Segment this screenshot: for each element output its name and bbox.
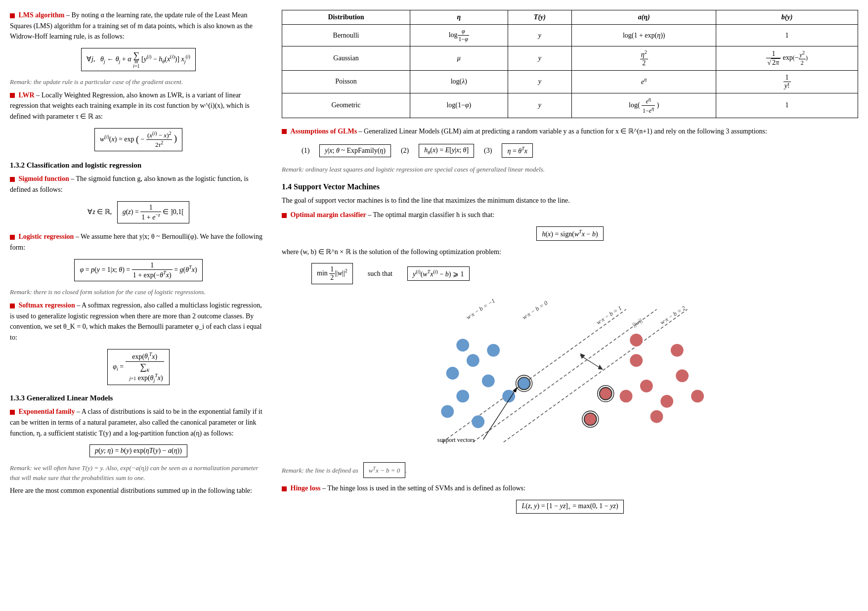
glm-assumption-2: hθ(x) = E[y|x; θ] [419, 144, 474, 158]
sigmoid-section: Sigmoid function – The sigmoid function … [10, 174, 267, 195]
eta-gaussian: μ [410, 46, 508, 71]
eta-bernoulli: logφ1−φ [410, 25, 508, 46]
logistic-icon [10, 235, 15, 240]
softmax-title: Softmax regression [19, 302, 75, 309]
svg-point-12 [457, 390, 469, 402]
omc-section: Optimal margin classifier – The optimal … [282, 210, 858, 220]
omc-body: – The optimal margin classifier h is suc… [368, 211, 494, 218]
svg-point-17 [441, 405, 454, 418]
expfam-remark: Remark: we will often have T(y) = y. Als… [10, 463, 267, 482]
hinge-formula-container: L(z, y) = [1 − yz]+ = max(0, 1 − yz) [282, 498, 858, 516]
svg-point-14 [467, 354, 479, 367]
table-row: Gaussian μ y η22 1√2π exp(−y22) [282, 46, 858, 71]
eta-poisson: log(λ) [410, 70, 508, 93]
table-row: Bernoulli logφ1−φ y log(1 + exp(η)) 1 [282, 25, 858, 46]
svg-point-27 [676, 370, 689, 382]
svg-point-30 [692, 390, 704, 402]
b-geometric: 1 [716, 93, 858, 118]
lwr-formula-text: w(i)(x) = exp ( − (x(i) − x)2 2τ2 ) [100, 135, 177, 143]
a-geometric: log( eη1−eη ) [572, 93, 716, 118]
logistic-remark: Remark: there is no closed form solution… [10, 287, 267, 297]
expfam-title: Exponential family [19, 408, 75, 415]
page-layout: LMS algorithm – By noting α the learning… [10, 10, 858, 520]
glm-title: Assumptions of GLMs [291, 128, 357, 135]
a-bernoulli: log(1 + exp(η)) [572, 25, 716, 46]
distribution-table: Distribution η T(y) a(η) b(y) Bernoulli … [282, 10, 858, 118]
assumption-2-num: (2) [401, 147, 409, 155]
lwr-icon [10, 93, 15, 98]
softmax-icon [10, 304, 15, 308]
glm-body: – Generalized Linear Models (GLM) aim at… [359, 128, 767, 135]
omc-formula-container: h(x) = sign(wTx − b) [282, 224, 858, 243]
eta-geometric: log(1−φ) [410, 93, 508, 118]
svm-diagram: w·x − b = 2 ||w|| w·x − b = 1 w·x − b = … [282, 294, 858, 452]
section-14-text: 1.4 Support Vector Machines [282, 182, 380, 191]
left-column: LMS algorithm – By noting α the learning… [10, 10, 267, 520]
lms-remark: Remark: the update rule is a particular … [10, 77, 267, 87]
lms-title: LMS algorithm [19, 11, 65, 19]
logistic-formula-container: φ = p(y = 1|x; θ) = 1 1 + exp(−θTx) = g(… [10, 257, 267, 284]
lms-formula-box: ∀j, θj ← θj + α ∑ m i=1 [y(i) − hθ(x(i))… [81, 48, 196, 71]
hinge-formula-box: L(z, y) = [1 − yz]+ = max(0, 1 − yz) [516, 500, 623, 514]
hinge-title: Hinge loss [291, 484, 321, 492]
svg-point-23 [620, 390, 632, 402]
omc-opt-formula-1: min 12||w||2 [311, 263, 353, 284]
omc-opt-row: min 12||w||2 such that y(i)(wTx(i) − b) … [311, 261, 858, 286]
sigmoid-forall: ∀z ∈ ℝ, [87, 208, 115, 216]
b-bernoulli: 1 [716, 25, 858, 46]
dist-poisson: Poisson [282, 70, 410, 93]
svm-remark-text: Remark: the line is defined as [282, 467, 358, 475]
lms-formula-text: ∀j, θj ← θj + α ∑ m i=1 [y(i) − hθ(x(i))… [87, 55, 190, 63]
lwr-formula-box: w(i)(x) = exp ( − (x(i) − x)2 2τ2 ) [94, 128, 182, 152]
a-poisson: eη [572, 70, 716, 93]
section-14-title: 1.4 Support Vector Machines [282, 182, 858, 191]
svg-point-20 [472, 416, 484, 428]
section-132-title: 1.3.2 Classification and logistic regres… [10, 161, 267, 170]
ty-geometric: y [508, 93, 572, 118]
omc-icon [282, 213, 287, 218]
dist-gaussian: Gaussian [282, 46, 410, 71]
expfam-table-intro: Here are the most common exponential dis… [10, 485, 267, 496]
omc-where: where (w, b) ∈ ℝ^n × ℝ is the solution o… [282, 247, 858, 258]
section-133-title: 1.3.3 Generalized Linear Models [10, 394, 267, 402]
glm-remark: Remark: ordinary least squares and logis… [282, 165, 858, 175]
logistic-section: Logistic regression – We assume here tha… [10, 231, 267, 253]
logistic-title: Logistic regression [19, 233, 74, 240]
glm-assumptions-row: (1) y|x; θ ~ ExpFamily(η) (2) hθ(x) = E[… [302, 141, 858, 160]
lms-section: LMS algorithm – By noting α the learning… [10, 10, 267, 42]
svg-point-15 [487, 344, 500, 356]
sigmoid-formula-box: g(z) = 1 1 + e−z ∈ ]0,1[ [117, 201, 189, 224]
svg-point-29 [630, 354, 643, 367]
svm-line-formula: wTx − b = 0 [363, 462, 406, 478]
sigmoid-icon [10, 177, 15, 182]
glm-assumption-1: y|x; θ ~ ExpFamily(η) [319, 144, 391, 157]
col-eta: η [410, 10, 508, 25]
hinge-icon [282, 486, 287, 491]
hinge-body: – The hinge loss is used in the setting … [322, 484, 525, 492]
glm-section: Assumptions of GLMs – Generalized Linear… [282, 126, 858, 137]
svm-body: The goal of support vector machines is t… [282, 195, 858, 206]
section-132-text: 1.3.2 Classification and logistic regres… [10, 161, 141, 169]
svg-point-24 [640, 380, 652, 393]
table-row: Geometric log(1−φ) y log( eη1−eη ) 1 [282, 93, 858, 118]
glm-assumption-3: η = θTx [502, 143, 533, 158]
table-header-row: Distribution η T(y) a(η) b(y) [282, 10, 858, 25]
right-column: Distribution η T(y) a(η) b(y) Bernoulli … [282, 10, 858, 520]
softmax-formula-box: φi = exp(θiTx) ∑K j=1 exp(θjTx) [107, 349, 169, 386]
omc-formula-box: h(x) = sign(wTx − b) [536, 226, 603, 241]
lwr-body: – Locally Weighted Regression, also know… [10, 91, 250, 120]
lms-icon [10, 13, 15, 18]
svg-point-28 [671, 344, 683, 356]
lwr-title: LWR [19, 91, 35, 99]
omc-opt-formula-2: y(i)(wTx(i) − b) ⩾ 1 [407, 266, 470, 281]
svg-point-25 [661, 395, 673, 408]
ty-gaussian: y [508, 46, 572, 71]
assumption-1-num: (1) [302, 147, 309, 155]
sigmoid-formula-container: ∀z ∈ ℝ, g(z) = 1 1 + e−z ∈ ]0,1[ [10, 199, 267, 226]
expfam-icon [10, 410, 15, 415]
omc-such-that: such that [368, 270, 392, 278]
svm-remark: Remark: the line is defined as wTx − b =… [282, 460, 858, 480]
glm-icon [282, 129, 287, 134]
lwr-formula-container: w(i)(x) = exp ( − (x(i) − x)2 2τ2 ) [10, 126, 267, 154]
assumption-3-num: (3) [484, 147, 492, 155]
